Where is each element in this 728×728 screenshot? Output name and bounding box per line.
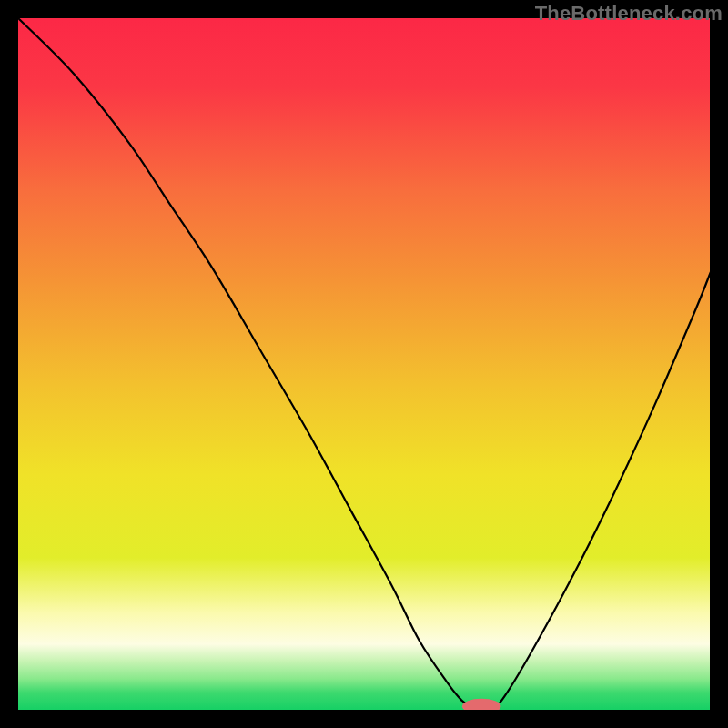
gradient-background [18, 18, 710, 710]
chart-frame: TheBottleneck.com [0, 0, 728, 728]
plot-area [18, 18, 710, 710]
bottleneck-chart [18, 18, 710, 710]
watermark-text: TheBottleneck.com [535, 2, 723, 25]
